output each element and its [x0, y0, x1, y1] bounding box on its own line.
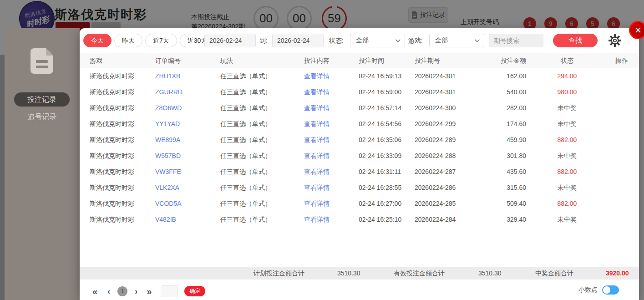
- cell-amount: 315.60: [483, 180, 526, 196]
- cell-game: 斯洛伐克时时彩: [90, 180, 155, 196]
- cell-bet-time: 02-24 16:25:10: [359, 212, 415, 228]
- prev-page-button[interactable]: ‹: [107, 285, 110, 298]
- cell-order-id-link[interactable]: WE899A: [155, 132, 220, 148]
- date-to-input[interactable]: [272, 34, 324, 47]
- win-total-label: 中奖金额合计: [535, 267, 573, 280]
- filter-bar: 今天昨天近7天近30天 到: 状态: 全部 游戏: 全部 查找: [80, 34, 639, 47]
- page-jump-confirm-button[interactable]: 确定: [184, 286, 205, 296]
- column-header: 投注期号: [415, 53, 483, 68]
- close-button[interactable]: ✕: [629, 21, 644, 39]
- cell-order-id-link[interactable]: VLK2XA: [155, 180, 220, 196]
- chevron-down-icon: [396, 37, 401, 42]
- cell-view-details-link[interactable]: 查看详情: [304, 148, 359, 164]
- column-header: 订单编号: [155, 53, 220, 68]
- cell-order-id-link[interactable]: YY1YAD: [155, 116, 220, 132]
- cell-order-id-link[interactable]: ZHU1XB: [155, 68, 220, 84]
- close-icon: ✕: [634, 25, 642, 36]
- cell-play-type: 任三直选（单式）: [220, 196, 304, 212]
- cell-order-id-link[interactable]: Z8O6WD: [155, 100, 220, 116]
- cell-play-type: 任三直选（单式）: [220, 116, 304, 132]
- cell-play-type: 任三直选（单式）: [220, 100, 304, 116]
- plan-total-label: 计划投注金额合计: [254, 267, 304, 280]
- cell-actions: [608, 132, 628, 148]
- cell-order-id-link[interactable]: VCOD5A: [155, 196, 220, 212]
- cell-view-details-link[interactable]: 查看详情: [304, 68, 359, 84]
- game-select[interactable]: 全部: [429, 34, 484, 47]
- cell-view-details-link[interactable]: 查看详情: [304, 180, 359, 196]
- cell-view-details-link[interactable]: 查看详情: [304, 196, 359, 212]
- quick-filter-button[interactable]: 今天: [83, 34, 112, 47]
- cell-game: 斯洛伐克时时彩: [90, 100, 155, 116]
- cell-play-type: 任三直选（单式）: [220, 132, 304, 148]
- cell-bet-time: 02-24 16:33:09: [359, 148, 415, 164]
- cell-status: 882.00: [526, 196, 608, 212]
- search-button[interactable]: 查找: [553, 34, 598, 47]
- decimal-toggle[interactable]: [602, 285, 619, 295]
- cell-period: 20260224-284: [415, 212, 483, 228]
- chevron-down-icon: [475, 37, 480, 42]
- date-from-input[interactable]: [204, 34, 256, 47]
- cell-status: 未中奖: [526, 180, 608, 196]
- cell-play-type: 任三直选（单式）: [220, 68, 304, 84]
- next-page-button[interactable]: ›: [135, 285, 137, 298]
- table-row: 斯洛伐克时时彩 ZHU1XB 任三直选（单式） 查看详情 02-24 16:59…: [80, 68, 639, 84]
- last-page-button[interactable]: »: [147, 285, 152, 298]
- cell-play-type: 任三直选（单式）: [220, 212, 304, 228]
- cell-actions: [608, 148, 628, 164]
- cell-view-details-link[interactable]: 查看详情: [304, 116, 359, 132]
- cell-actions: [608, 164, 628, 180]
- cell-play-type: 任三直选（单式）: [220, 148, 304, 164]
- cell-status: 882.00: [526, 164, 608, 180]
- cell-view-details-link[interactable]: 查看详情: [304, 100, 359, 116]
- cell-actions: [608, 100, 628, 116]
- cell-view-details-link[interactable]: 查看详情: [304, 212, 359, 228]
- quick-filter-button[interactable]: 昨天: [114, 34, 142, 47]
- table-row: 斯洛伐克时时彩 Z8O6WD 任三直选（单式） 查看详情 02-24 16:57…: [80, 100, 639, 116]
- cell-period: 20260224-301: [415, 68, 483, 84]
- cell-period: 20260224-286: [415, 180, 483, 196]
- cell-play-type: 任三直选（单式）: [220, 84, 304, 100]
- cell-status: 未中奖: [526, 100, 608, 116]
- sidebar-item-chase-records[interactable]: 追号记录: [5, 112, 80, 122]
- cell-actions: [608, 180, 628, 196]
- column-header: 游戏: [90, 53, 155, 68]
- column-header: 状态: [526, 53, 608, 68]
- cell-game: 斯洛伐克时时彩: [90, 164, 155, 180]
- game-select-value: 全部: [435, 36, 448, 45]
- cell-bet-time: 02-24 16:59:00: [359, 84, 415, 100]
- cell-amount: 282.00: [483, 100, 526, 116]
- cell-bet-time: 02-24 16:28:55: [359, 180, 415, 196]
- table-header-row: 游戏订单编号玩法投注内容投注时间投注期号投注金额状态操作: [90, 53, 628, 68]
- cell-order-id-link[interactable]: ZGURRD: [155, 84, 220, 100]
- cell-period: 20260224-288: [415, 148, 483, 164]
- cell-order-id-link[interactable]: W557BD: [155, 148, 220, 164]
- cell-view-details-link[interactable]: 查看详情: [304, 132, 359, 148]
- valid-total-value: 3510.30: [478, 267, 502, 280]
- table-row: 斯洛伐克时时彩 WE899A 任三直选（单式） 查看详情 02-24 16:35…: [80, 132, 639, 148]
- status-select[interactable]: 全部: [350, 34, 405, 47]
- cell-view-details-link[interactable]: 查看详情: [304, 164, 359, 180]
- column-header: 投注内容: [304, 53, 359, 68]
- cell-status: 未中奖: [526, 148, 608, 164]
- period-search-input[interactable]: [489, 34, 543, 47]
- date-to-label: 到:: [259, 34, 268, 47]
- cell-actions: [608, 212, 628, 228]
- cell-order-id-link[interactable]: V482IB: [155, 212, 220, 228]
- page-jump-input[interactable]: [161, 285, 178, 297]
- cell-amount: 435.60: [483, 164, 526, 180]
- cell-amount: 540.00: [483, 84, 526, 100]
- cell-actions: [608, 68, 628, 84]
- decimal-setting: 小数点: [578, 285, 619, 295]
- cell-play-type: 任三直选（单式）: [220, 164, 304, 180]
- cell-order-id-link[interactable]: VW3FFE: [155, 164, 220, 180]
- cell-bet-time: 02-24 16:57:14: [359, 100, 415, 116]
- table-header: 游戏订单编号玩法投注内容投注时间投注期号投注金额状态操作: [80, 53, 639, 68]
- first-page-button[interactable]: «: [92, 285, 97, 298]
- sidebar-item-bet-records[interactable]: 投注记录: [14, 92, 70, 107]
- cell-amount: 509.40: [483, 196, 526, 212]
- quick-filter-group: 今天昨天近7天近30天: [83, 34, 215, 47]
- cell-view-details-link[interactable]: 查看详情: [304, 84, 359, 100]
- quick-filter-button[interactable]: 近7天: [145, 34, 177, 47]
- settings-gear-icon[interactable]: [608, 33, 622, 48]
- cell-amount: 459.90: [483, 132, 526, 148]
